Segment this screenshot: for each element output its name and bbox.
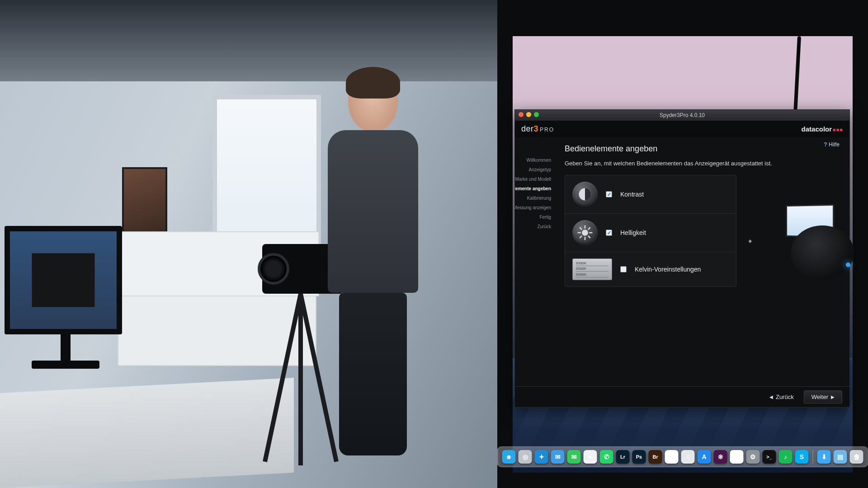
brightness-icon: [572, 220, 598, 245]
sidebar-step[interactable]: Messung anzeigen: [515, 205, 551, 210]
whatsapp-icon[interactable]: ✆: [600, 450, 613, 464]
messages-icon[interactable]: ✉: [567, 450, 581, 464]
window-traffic-lights[interactable]: [519, 112, 539, 117]
dock-separator: [813, 450, 813, 464]
safari-icon[interactable]: ✦: [535, 450, 548, 464]
wizard-steps-sidebar: Willkommen Anzeigetyp Marke und Modell B…: [515, 137, 554, 386]
contrast-label: Kontrast: [620, 191, 644, 198]
chevron-left-icon: ◀: [769, 394, 773, 399]
spyder-sensor-icon: [791, 225, 854, 280]
terminal-icon[interactable]: >_: [763, 450, 776, 464]
close-icon[interactable]: [519, 112, 524, 117]
downloads-icon[interactable]: ⬇: [817, 450, 831, 464]
sidebar-step[interactable]: Anzeigetyp: [515, 167, 551, 172]
settings-icon[interactable]: ⚙: [746, 450, 760, 464]
maps-icon[interactable]: ⌖: [584, 450, 597, 464]
mail-icon[interactable]: ✉: [551, 450, 565, 464]
sidebar-step[interactable]: Willkommen: [515, 158, 551, 163]
launchpad-icon[interactable]: ◎: [519, 450, 532, 464]
sidebar-step[interactable]: Marke und Modell: [515, 177, 551, 182]
brightness-checkbox[interactable]: [606, 230, 612, 236]
brightness-label: Helligkeit: [620, 229, 646, 236]
window-titlebar[interactable]: Spyder3Pro 4.0.10: [515, 110, 849, 121]
documents-icon[interactable]: ▤: [834, 450, 847, 464]
window-title: Spyder3Pro 4.0.10: [660, 112, 705, 118]
svg-line-6: [580, 228, 581, 229]
svg-line-7: [589, 236, 590, 238]
control-row-brightness[interactable]: Helligkeit: [565, 214, 736, 252]
svg-line-9: [580, 236, 581, 238]
photos-icon[interactable]: ✿: [665, 450, 679, 464]
sidebar-step[interactable]: Kalibrierung: [515, 196, 551, 201]
appstore-icon[interactable]: A: [698, 450, 711, 464]
photoshop-icon[interactable]: Ps: [632, 450, 646, 464]
kelvin-presets-icon: 9300K 6500K 5000K: [572, 258, 612, 280]
sidebar-step-active[interactable]: Bedienelemente angeben: [515, 186, 551, 191]
finder-icon[interactable]: ☻: [502, 450, 516, 464]
wall-art: [122, 167, 167, 233]
control-row-contrast[interactable]: Kontrast: [565, 175, 736, 214]
chrome-icon[interactable]: ◉: [730, 450, 744, 464]
page-subtitle: Geben Sie an, mit welchen Bedienelemente…: [565, 160, 841, 167]
ceiling: [0, 0, 497, 81]
minimize-icon[interactable]: [526, 112, 531, 117]
bridge-icon[interactable]: Br: [649, 450, 662, 464]
controls-panel: Kontrast: [565, 175, 736, 287]
sidebar-step[interactable]: Zurück: [515, 224, 551, 229]
presenter-person: [326, 68, 420, 429]
back-button[interactable]: ◀ Zurück: [766, 391, 797, 403]
spyder3pro-window: Spyder3Pro 4.0.10 der3PRO datacolor■■■ H…: [514, 109, 850, 408]
svg-point-1: [582, 230, 588, 236]
control-row-kelvin[interactable]: 9300K 6500K 5000K Kelvin-Voreinstellunge…: [565, 252, 736, 286]
desk-surface: [0, 378, 294, 488]
mouse-cursor-icon: ⌖: [748, 237, 752, 245]
monitor-closeup: Spyder3Pro 4.0.10 der3PRO datacolor■■■ H…: [497, 0, 868, 488]
svg-line-8: [589, 228, 590, 229]
trash-icon[interactable]: 🗑: [850, 450, 863, 464]
lightroom-icon[interactable]: Lr: [616, 450, 630, 464]
kelvin-checkbox[interactable]: [620, 266, 627, 272]
product-logo: der3PRO: [521, 124, 554, 134]
wizard-footer: ◀ Zurück Weiter ▶: [515, 386, 849, 407]
macos-dock[interactable]: ☻◎✦✉✉⌖✆LrPsBr✿♫A※◉⚙>_♪S⬇▤🗑: [497, 446, 868, 467]
zoom-icon[interactable]: [534, 112, 539, 117]
main-content: Bedienelemente angeben Geben Sie an, mit…: [554, 137, 849, 386]
spotify-icon[interactable]: ♪: [779, 450, 793, 464]
sensor-led-icon: [846, 263, 850, 267]
next-button[interactable]: Weiter ▶: [804, 390, 842, 404]
desk-monitor: [5, 226, 127, 366]
kelvin-label: Kelvin-Voreinstellungen: [635, 266, 701, 273]
chevron-right-icon: ▶: [831, 394, 835, 399]
contrast-checkbox[interactable]: [606, 191, 612, 197]
slack-icon[interactable]: ※: [714, 450, 727, 464]
sidebar-step[interactable]: Fertig: [515, 215, 551, 220]
brand-bar: der3PRO datacolor■■■: [515, 121, 849, 137]
studio-photo: [0, 0, 497, 488]
skype-icon[interactable]: S: [795, 450, 809, 464]
itunes-icon[interactable]: ♫: [681, 450, 695, 464]
device-preview: [768, 205, 854, 286]
page-title: Bedienelemente angeben: [565, 144, 841, 154]
contrast-icon: [572, 182, 598, 207]
monitor-bezel: Spyder3Pro 4.0.10 der3PRO datacolor■■■ H…: [497, 0, 868, 488]
company-logo: datacolor■■■: [802, 125, 843, 133]
